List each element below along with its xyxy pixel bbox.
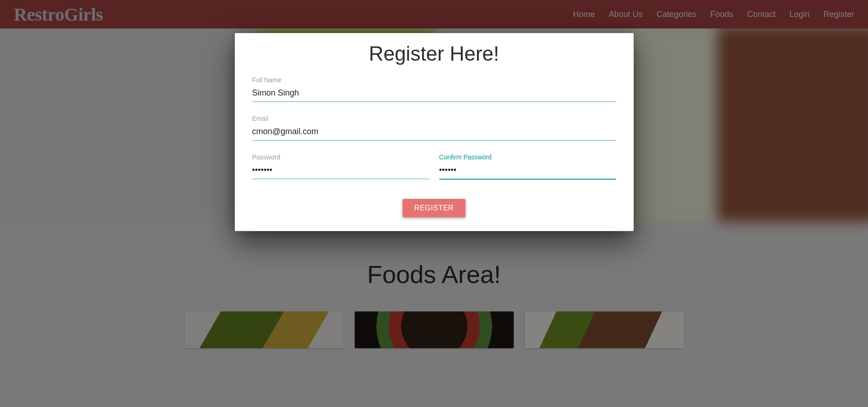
email-label: Email: [252, 115, 616, 122]
confirm-password-label: Confirm Password: [439, 153, 616, 161]
password-input[interactable]: [252, 164, 429, 179]
password-label: Password: [252, 153, 429, 161]
modal-title: Register Here!: [252, 42, 616, 65]
confirm-password-field-wrap: Confirm Password: [439, 153, 616, 180]
confirm-password-input[interactable]: [439, 164, 616, 180]
fullname-label: Full Name: [252, 76, 616, 84]
fullname-field-wrap: Full Name: [252, 76, 616, 102]
password-field-wrap: Password: [252, 153, 429, 180]
email-input[interactable]: [252, 125, 616, 141]
fullname-input[interactable]: [252, 86, 616, 102]
email-field-wrap: Email: [252, 115, 616, 141]
register-modal: Register Here! Full Name Email Password …: [235, 33, 634, 231]
register-submit-button[interactable]: REGISTER: [403, 199, 466, 217]
